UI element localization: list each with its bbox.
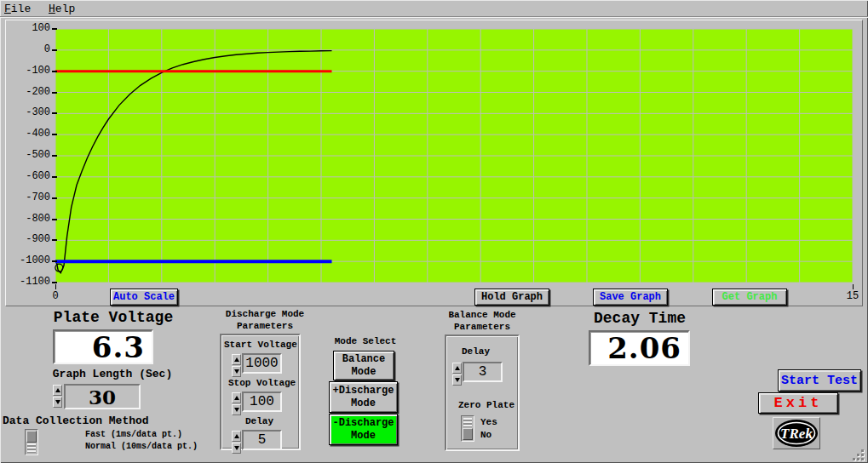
zero-plate-option-yes[interactable]: Yes — [480, 417, 497, 427]
y-tick-mark — [52, 219, 57, 220]
increment-arrow-icon[interactable] — [452, 363, 462, 374]
y-tick-mark — [52, 92, 57, 94]
mode-select-label: Mode Select — [333, 336, 398, 346]
zero-plate-option-no[interactable]: No — [480, 430, 491, 440]
mode-pos-discharge-button[interactable]: +Discharge Mode — [329, 381, 398, 413]
balance-params-title-line1: Balance Mode — [445, 310, 520, 320]
y-tick-mark — [52, 134, 57, 135]
get-graph-button[interactable]: Get Graph — [712, 289, 787, 306]
data-collection-option-fast[interactable]: Fast (1ms/data pt.) — [85, 430, 182, 439]
balance-delay-spinner[interactable] — [452, 363, 462, 386]
decay-time-display: 2.06 — [589, 330, 690, 366]
menu-bar: File Help — [0, 0, 868, 17]
discharge-delay-value[interactable]: 5 — [242, 430, 282, 450]
zero-plate-label: Zero Plate — [458, 400, 514, 410]
x-tick-label: 15 — [840, 290, 865, 302]
y-tick-label: -400 — [13, 129, 50, 140]
y-tick-label: 100 — [13, 23, 50, 34]
y-tick-label: -1000 — [13, 255, 50, 266]
auto-scale-button[interactable]: Auto Scale — [110, 289, 178, 306]
start-voltage-label: Start Voltage — [224, 340, 297, 350]
trek-logo: TRek — [773, 417, 820, 449]
y-tick-mark — [52, 239, 57, 241]
y-tick-label: -100 — [13, 66, 50, 77]
discharge-params-panel: Start Voltage 1000 Stop Voltage 100 Dela… — [220, 334, 301, 450]
graph-panel: 1000-100-200-300-400-500-600-700-800-900… — [5, 20, 863, 306]
y-tick-mark — [52, 197, 57, 199]
start-test-button[interactable]: Start Test — [778, 369, 861, 392]
y-tick-label: -600 — [13, 171, 50, 182]
y-tick-label: -800 — [13, 214, 50, 225]
switch-slot — [463, 418, 472, 427]
y-tick-mark — [52, 282, 57, 283]
y-tick-mark — [52, 112, 57, 114]
decrement-arrow-icon[interactable] — [232, 404, 241, 415]
y-tick-label: -500 — [13, 150, 50, 161]
y-tick-label: -300 — [13, 107, 50, 118]
increment-arrow-icon[interactable] — [232, 392, 241, 403]
graph-length-value[interactable]: 30 — [64, 384, 141, 409]
balance-params-title-line2: Parameters — [445, 322, 520, 332]
discharge-params-title-line2: Parameters — [220, 321, 310, 331]
y-tick-label: -1100 — [13, 277, 50, 288]
decrement-arrow-icon[interactable] — [452, 374, 462, 386]
y-tick-label: -700 — [13, 192, 50, 203]
y-tick-label: -200 — [13, 87, 50, 98]
increment-arrow-icon[interactable] — [232, 431, 241, 442]
mode-balance-line1: Balance — [342, 353, 385, 366]
mode-pos-line1: +Discharge — [332, 385, 394, 397]
balance-delay-value[interactable]: 3 — [463, 362, 503, 382]
balance-delay-label: Delay — [462, 346, 490, 357]
y-tick-label: -900 — [13, 234, 50, 245]
decrement-arrow-icon[interactable] — [232, 366, 241, 377]
menu-help[interactable]: Help — [49, 3, 75, 15]
discharge-params-title-line1: Discharge Mode — [220, 309, 310, 319]
switch-handle[interactable] — [463, 428, 473, 440]
decay-time-label: Decay Time — [589, 310, 691, 327]
mode-balance-button[interactable]: Balance Mode — [333, 351, 394, 380]
increment-arrow-icon[interactable] — [53, 385, 62, 396]
mode-pos-line2: Mode — [351, 397, 376, 410]
data-collection-switch[interactable] — [25, 429, 38, 455]
graph-length-label: Graph Length (Sec) — [44, 368, 181, 380]
balance-params-panel: Delay 3 Zero Plate Yes No — [445, 334, 520, 451]
plate-voltage-label: Plate Voltage — [49, 309, 177, 326]
exit-button[interactable]: Exit — [758, 392, 838, 414]
start-voltage-spinner[interactable] — [232, 354, 241, 378]
plot-svg — [55, 29, 853, 283]
x-tick-label: 0 — [43, 290, 68, 302]
x-tick-mark — [853, 284, 854, 289]
plate-voltage-display: 6.3 — [53, 329, 153, 364]
mode-neg-line1: -Discharge — [332, 417, 394, 430]
mode-balance-line2: Mode — [352, 366, 377, 379]
stop-voltage-label: Stop Voltage — [228, 378, 296, 388]
menu-file[interactable]: File — [4, 3, 31, 15]
voltage-decay-curve — [56, 51, 331, 273]
switch-slot — [27, 443, 36, 453]
hold-graph-button[interactable]: Hold Graph — [474, 289, 549, 306]
trek-logo-text: TRek — [780, 426, 813, 442]
data-collection-option-normal[interactable]: Normal (10ms/data pt.) — [85, 442, 198, 451]
graph-length-spinner[interactable] — [53, 385, 62, 409]
y-tick-mark — [52, 49, 57, 51]
decrement-arrow-icon[interactable] — [232, 443, 241, 454]
decrement-arrow-icon[interactable] — [53, 397, 62, 408]
y-tick-mark — [52, 28, 57, 30]
increment-arrow-icon[interactable] — [232, 354, 241, 365]
y-tick-label: 0 — [13, 44, 50, 55]
mode-neg-discharge-button[interactable]: -Discharge Mode — [329, 414, 398, 445]
data-collection-label: Data Collection Method — [3, 414, 149, 427]
switch-handle[interactable] — [26, 431, 37, 443]
y-tick-mark — [52, 260, 57, 262]
y-tick-mark — [52, 155, 57, 157]
stop-voltage-value[interactable]: 100 — [242, 392, 282, 412]
zero-plate-switch[interactable] — [461, 415, 474, 442]
stop-voltage-spinner[interactable] — [232, 392, 241, 416]
save-graph-button[interactable]: Save Graph — [593, 289, 668, 306]
start-voltage-value[interactable]: 1000 — [242, 353, 282, 374]
discharge-delay-spinner[interactable] — [232, 431, 241, 454]
discharge-delay-label: Delay — [245, 416, 273, 426]
app-window: File Help 1000-100-200-300-400-500-600-7… — [0, 0, 868, 463]
y-tick-mark — [52, 71, 57, 72]
y-tick-mark — [52, 176, 57, 178]
